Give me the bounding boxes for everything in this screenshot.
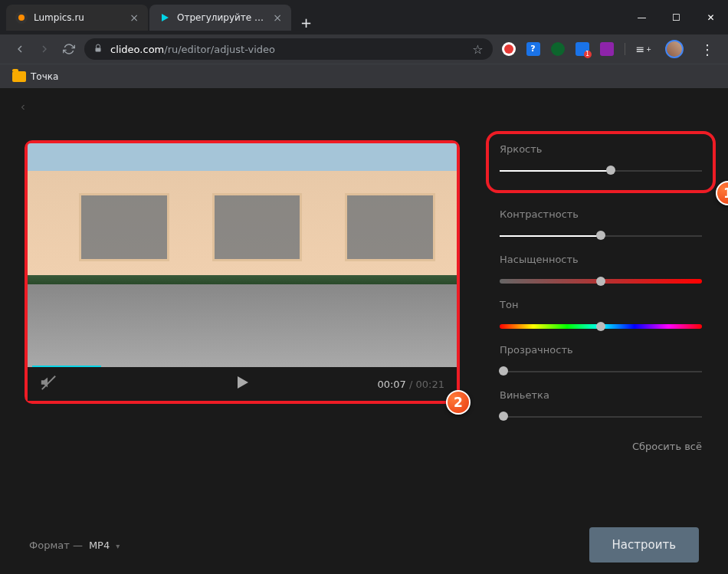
video-controls: 00:07 / 00:21 [28,367,457,401]
tab-lumpics[interactable]: Lumpics.ru × [6,5,148,31]
format-label: Формат — [29,540,83,551]
bookmark-bar: Точка [0,64,728,88]
lock-icon [93,43,103,56]
maximize-button[interactable]: ☐ [659,6,694,29]
adjustments-sidebar: Яркость 1 Контрастность Насыщенность [486,130,728,516]
annotation-marker-1: 1 [716,181,728,205]
apply-button[interactable]: Настроить [589,527,699,563]
contrast-slider[interactable] [500,234,702,238]
video-wrapper: 00:07 / 00:21 2 [25,140,460,404]
app-body: 00:07 / 00:21 2 Яркость 1 Контрастность [0,130,728,516]
tab-clideo[interactable]: Отрегулируйте яркость, контра × [149,5,291,31]
reload-button[interactable] [63,43,75,55]
favicon-icon [159,11,171,24]
vignette-control: Виньетка [500,389,702,419]
control-label: Контрастность [500,208,702,220]
contrast-control: Контрастность [500,208,702,238]
extension-icon[interactable] [551,42,565,56]
app-content: 00:07 / 00:21 2 Яркость 1 Контрастность [0,88,728,574]
reset-button[interactable]: Сбросить всё [500,441,702,452]
back-button[interactable] [14,43,26,55]
saturation-slider[interactable] [500,279,702,284]
control-label: Прозрачность [500,344,702,356]
favicon-icon [15,11,28,24]
control-label: Виньетка [500,389,702,401]
extension-icon[interactable] [502,42,516,56]
mute-button[interactable] [40,374,57,394]
toolbar: clideo.com/ru/editor/adjust-video ☆ ? 1 … [0,34,728,64]
hue-control: Тон [500,299,702,329]
app-footer: Формат — MP4▾ Настроить [0,516,728,574]
format-selector[interactable]: MP4▾ [89,540,120,551]
hue-slider[interactable] [500,324,702,329]
folder-icon [12,71,26,82]
brightness-control: Яркость 1 [486,131,716,193]
window-controls: — ☐ ✕ [625,6,728,29]
svg-marker-0 [162,14,169,21]
forward-button[interactable] [38,43,51,55]
saturation-control: Насыщенность [500,254,702,284]
control-label: Насыщенность [500,254,702,265]
chevron-down-icon: ▾ [116,542,120,550]
extensions: ? 1 ≡+ ⋮ [502,40,720,58]
close-icon[interactable]: × [130,11,139,24]
extension-icon[interactable] [600,42,614,56]
annotation-marker-2: 2 [446,390,471,415]
time-display: 00:07 / 00:21 [377,379,444,390]
bookmark-star-icon[interactable]: ☆ [472,42,483,57]
svg-marker-3 [238,376,248,389]
vignette-slider[interactable] [500,415,702,419]
tab-title: Lumpics.ru [34,12,123,23]
bookmark-label: Точка [31,71,58,82]
svg-rect-1 [96,48,101,51]
control-label: Яркость [500,143,702,155]
menu-button[interactable]: ⋮ [694,41,720,57]
current-time: 00:07 [377,379,405,390]
minimize-button[interactable]: — [625,6,659,29]
extension-icon[interactable]: ? [526,42,540,56]
nav-buttons [8,43,75,55]
tab-title: Отрегулируйте яркость, контра [177,12,267,23]
app-header [0,88,728,130]
progress-bar[interactable] [32,366,101,367]
url-text: clideo.com/ru/editor/adjust-video [110,44,464,55]
video-panel: 00:07 / 00:21 2 [0,130,486,516]
reading-list-button[interactable]: ≡+ [625,43,654,55]
extension-icon[interactable]: 1 [576,42,589,56]
address-bar[interactable]: clideo.com/ru/editor/adjust-video ☆ [84,38,493,60]
close-window-button[interactable]: ✕ [694,6,728,29]
fade-control: Прозрачность [500,344,702,374]
play-button[interactable] [233,373,251,395]
brightness-slider[interactable] [500,169,702,173]
video-preview[interactable] [28,143,457,370]
control-label: Тон [500,299,702,310]
tab-strip: Lumpics.ru × Отрегулируйте яркость, конт… [6,5,625,31]
new-tab-button[interactable]: + [293,15,320,31]
profile-avatar[interactable] [665,40,684,58]
window-title-bar: Lumpics.ru × Отрегулируйте яркость, конт… [0,0,728,34]
total-time: 00:21 [416,379,444,390]
app-back-button[interactable] [18,100,28,118]
fade-slider[interactable] [500,369,702,374]
close-icon[interactable]: × [273,11,282,24]
bookmark-folder[interactable]: Точка [12,71,58,82]
